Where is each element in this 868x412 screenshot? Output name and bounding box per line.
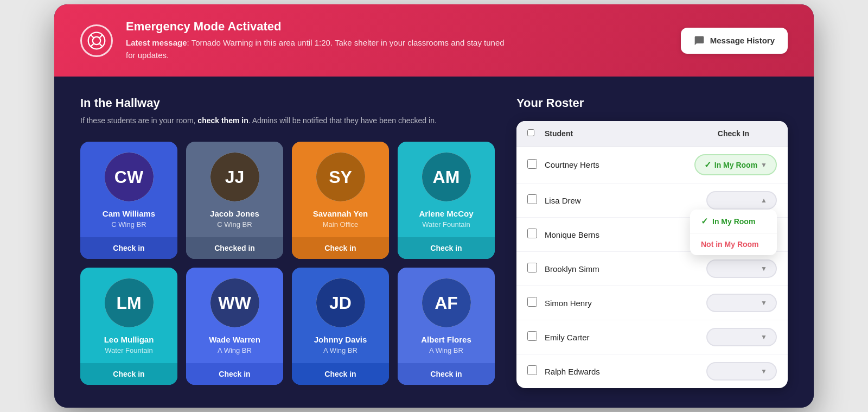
roster-checkbox-emily bbox=[527, 331, 545, 343]
checkedin-label-jacob: Checked in bbox=[186, 237, 283, 259]
student-name-monique: Monique Berns bbox=[545, 230, 690, 239]
roster-header-check-placeholder bbox=[527, 129, 545, 138]
avatar-placeholder: SY bbox=[316, 153, 365, 201]
student-location: Main Office bbox=[323, 220, 359, 229]
checkbox-simon[interactable] bbox=[527, 297, 537, 307]
svg-line-3 bbox=[99, 35, 102, 37]
checkin-button-wade[interactable]: Check in bbox=[186, 363, 283, 385]
roster-checkbox-monique bbox=[527, 229, 545, 240]
student-name: Johnny Davis bbox=[314, 335, 367, 344]
checkin-cell-simon: ▼ bbox=[690, 294, 777, 312]
student-card-top: JD Johnny Davis A Wing BR bbox=[292, 268, 389, 363]
roster-checkbox-lisa bbox=[527, 194, 545, 206]
checkbox-courtney[interactable] bbox=[527, 159, 537, 169]
student-location: Water Fountain bbox=[105, 346, 152, 354]
checkin-button-albert[interactable]: Check in bbox=[398, 363, 495, 385]
checkin-btn-ralph[interactable]: ▼ bbox=[706, 362, 777, 381]
emergency-icon bbox=[80, 24, 113, 57]
chevron-down-icon: ▼ bbox=[761, 333, 767, 341]
select-all-checkbox[interactable] bbox=[527, 129, 534, 136]
roster-checkbox-courtney bbox=[527, 159, 545, 171]
student-location: Water Fountain bbox=[422, 220, 470, 229]
checkin-button-savannah[interactable]: Check in bbox=[292, 237, 389, 259]
chevron-up-icon: ▲ bbox=[761, 197, 767, 204]
student-name-simon: Simon Henry bbox=[545, 299, 690, 308]
emergency-text: Emergency Mode Activated Latest message:… bbox=[126, 20, 506, 61]
emergency-banner: Emergency Mode Activated Latest message:… bbox=[54, 4, 814, 77]
svg-line-4 bbox=[91, 43, 93, 46]
checkin-cell-lisa: ▲ In My Room Not in My Room bbox=[690, 191, 777, 210]
svg-line-5 bbox=[99, 43, 102, 46]
message-history-button[interactable]: Message History bbox=[681, 28, 788, 54]
student-name: Leo Mulligan bbox=[104, 335, 154, 344]
checkin-button-leo[interactable]: Check in bbox=[80, 363, 177, 385]
student-name: Wade Warren bbox=[209, 335, 260, 344]
student-card-top: SY Savannah Yen Main Office bbox=[292, 142, 389, 237]
emergency-message: Latest message: Tornado Warning in this … bbox=[126, 37, 506, 61]
checkin-button-arlene[interactable]: Check in bbox=[398, 237, 495, 259]
dropdown-not-in-my-room[interactable]: Not in My Room bbox=[690, 233, 777, 255]
student-avatar-johnny: JD bbox=[316, 278, 365, 327]
roster-column-checkin: Check In bbox=[690, 129, 777, 138]
checkin-cell-brooklyn: ▼ bbox=[690, 259, 777, 278]
checkin-button-cam[interactable]: Check in bbox=[80, 237, 177, 259]
checkin-btn-brooklyn[interactable]: ▼ bbox=[706, 259, 777, 278]
left-panel: In the Hallway If these students are in … bbox=[80, 96, 495, 388]
checkbox-ralph[interactable] bbox=[527, 365, 537, 375]
roster-row-ralph: Ralph Edwards ▼ bbox=[516, 354, 788, 388]
student-name: Albert Flores bbox=[421, 335, 471, 344]
avatar-placeholder: AM bbox=[422, 153, 471, 201]
student-card-cam: CW Cam Williams C Wing BR Check in bbox=[80, 142, 177, 259]
chevron-down-icon: ▼ bbox=[761, 161, 767, 169]
checkin-dropdown-lisa: In My Room Not in My Room bbox=[690, 210, 777, 255]
emergency-latest-label: Latest message bbox=[126, 38, 187, 47]
avatar-placeholder: AF bbox=[422, 278, 471, 327]
student-grid: CW Cam Williams C Wing BR Check in JJ Ja… bbox=[80, 142, 495, 385]
checkbox-lisa[interactable] bbox=[527, 194, 537, 204]
student-card-wade: WW Wade Warren A Wing BR Check in bbox=[186, 268, 283, 385]
roster-checkbox-brooklyn bbox=[527, 263, 545, 275]
in-my-room-btn-courtney[interactable]: ✓ In My Room ▼ bbox=[694, 154, 777, 175]
hallway-subtitle: If these students are in your room, chec… bbox=[80, 115, 495, 126]
checkbox-monique[interactable] bbox=[527, 229, 537, 238]
student-card-savannah: SY Savannah Yen Main Office Check in bbox=[292, 142, 389, 259]
checkin-btn-lisa[interactable]: ▲ bbox=[706, 191, 777, 210]
avatar-placeholder: CW bbox=[105, 153, 154, 201]
student-card-leo: LM Leo Mulligan Water Fountain Check in bbox=[80, 268, 177, 385]
checkbox-brooklyn[interactable] bbox=[527, 263, 537, 272]
student-location: C Wing BR bbox=[217, 220, 252, 229]
avatar-placeholder: LM bbox=[105, 278, 154, 327]
student-location: A Wing BR bbox=[429, 346, 463, 354]
roster-row-courtney: Courtney Herts ✓ In My Room ▼ bbox=[516, 147, 788, 183]
student-avatar-leo: LM bbox=[105, 278, 154, 327]
message-icon bbox=[694, 35, 705, 46]
checkin-button-johnny[interactable]: Check in bbox=[292, 363, 389, 385]
checkin-cell-emily: ▼ bbox=[690, 328, 777, 346]
chevron-down-icon: ▼ bbox=[761, 299, 767, 307]
student-card-top: AF Albert Flores A Wing BR bbox=[398, 268, 495, 363]
checkin-btn-simon[interactable]: ▼ bbox=[706, 294, 777, 312]
student-card-albert: AF Albert Flores A Wing BR Check in bbox=[398, 268, 495, 385]
student-name-lisa: Lisa Drew bbox=[545, 196, 690, 205]
dropdown-in-my-room[interactable]: In My Room bbox=[690, 210, 777, 233]
right-panel: Your Roster Student Check In Courtney He… bbox=[516, 96, 788, 388]
student-avatar-wade: WW bbox=[210, 278, 259, 327]
student-location: A Wing BR bbox=[323, 346, 358, 354]
checkin-btn-emily[interactable]: ▼ bbox=[706, 328, 777, 346]
student-avatar-jacob: JJ bbox=[210, 153, 259, 201]
roster-row-lisa: Lisa Drew ▲ In My Room Not in My Room bbox=[516, 183, 788, 218]
checkbox-emily[interactable] bbox=[527, 331, 537, 341]
roster-header: Student Check In bbox=[516, 121, 788, 147]
student-card-top: JJ Jacob Jones C Wing BR bbox=[186, 142, 283, 237]
student-name-courtney: Courtney Herts bbox=[545, 160, 690, 169]
checkin-cell-courtney: ✓ In My Room ▼ bbox=[690, 154, 777, 175]
subtitle-bold: check them in bbox=[197, 116, 248, 125]
svg-line-2 bbox=[91, 35, 93, 37]
student-name-brooklyn: Brooklyn Simm bbox=[545, 264, 690, 274]
emergency-title: Emergency Mode Activated bbox=[126, 20, 506, 34]
device-frame: Emergency Mode Activated Latest message:… bbox=[54, 4, 814, 408]
avatar-placeholder: JD bbox=[316, 278, 365, 327]
student-card-arlene: AM Arlene McCoy Water Fountain Check in bbox=[398, 142, 495, 259]
student-card-jacob: JJ Jacob Jones C Wing BR Checked in bbox=[186, 142, 283, 259]
avatar-placeholder: JJ bbox=[210, 153, 259, 201]
